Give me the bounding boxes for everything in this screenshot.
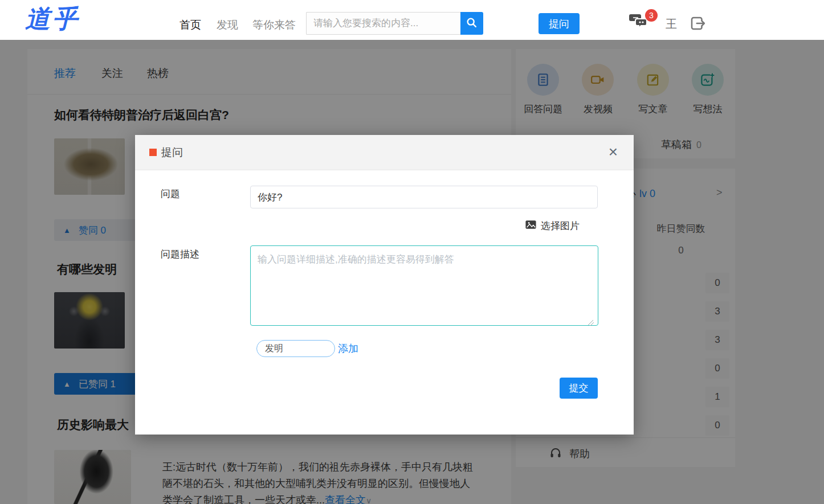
modal-title: 提问 xyxy=(161,145,183,160)
ask-question-modal: 提问 × 问题 选择图片 问题描述 添加 提交 xyxy=(135,135,634,435)
nav-item-home[interactable]: 首页 xyxy=(180,18,201,32)
question-description-textarea[interactable] xyxy=(250,245,598,326)
ask-question-button[interactable]: 提问 xyxy=(539,13,580,34)
logout-icon[interactable] xyxy=(689,15,706,32)
title-marker-icon xyxy=(149,149,157,156)
messages-button[interactable]: 3 xyxy=(629,13,659,33)
description-field-label: 问题描述 xyxy=(161,248,199,261)
nav-item-waiting-answer[interactable]: 等你来答 xyxy=(252,18,296,32)
modal-header: 提问 × xyxy=(135,135,634,170)
search-input[interactable] xyxy=(306,12,474,35)
tag-input[interactable] xyxy=(256,340,335,357)
close-icon[interactable]: × xyxy=(605,142,621,162)
question-title-input[interactable] xyxy=(250,186,598,208)
pick-image-label: 选择图片 xyxy=(541,219,580,232)
top-navbar: 道乎 首页 发现 等你来答 提问 3 王 xyxy=(0,0,824,40)
site-logo[interactable]: 道乎 xyxy=(25,2,80,36)
textarea-resize-handle[interactable] xyxy=(588,320,594,326)
image-icon xyxy=(525,219,537,232)
search-button[interactable] xyxy=(460,12,483,35)
username-link[interactable]: 王 xyxy=(666,17,677,32)
message-bubbles-icon xyxy=(629,24,650,34)
question-field-label: 问题 xyxy=(161,187,180,200)
message-count-badge: 3 xyxy=(645,9,658,22)
submit-button[interactable]: 提交 xyxy=(560,378,598,399)
search-icon xyxy=(466,17,478,31)
search-bar xyxy=(306,12,483,35)
add-tag-link[interactable]: 添加 xyxy=(338,342,358,355)
nav-item-discover[interactable]: 发现 xyxy=(217,18,238,32)
pick-image-button[interactable]: 选择图片 xyxy=(525,219,580,232)
